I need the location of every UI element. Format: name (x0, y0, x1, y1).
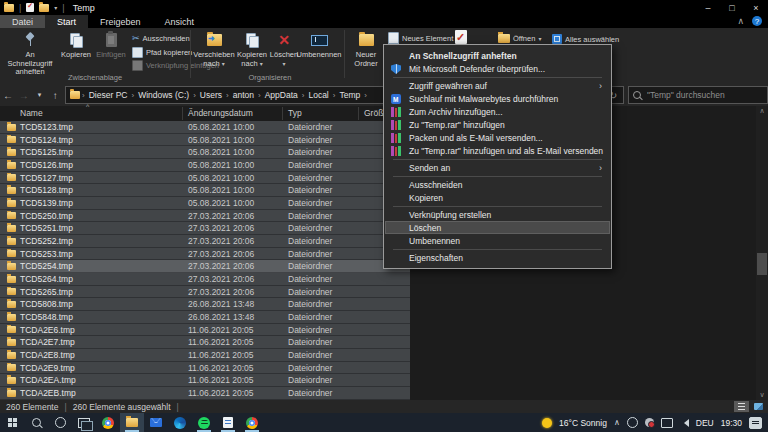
file-row[interactable]: TCD5250.tmp27.03.2021 20:06Dateiordner (0, 210, 410, 223)
scroll-down-icon[interactable]: ∨ (756, 391, 768, 399)
scroll-up-icon[interactable]: ∧ (756, 107, 768, 115)
docapp-taskbar-icon[interactable] (216, 413, 240, 432)
file-row[interactable]: TCD5251.tmp27.03.2021 20:06Dateiordner (0, 222, 410, 235)
maximize-button[interactable]: □ (720, 0, 744, 15)
copy-button[interactable]: Kopieren (58, 31, 94, 60)
scrollbar-thumb[interactable] (757, 253, 767, 275)
file-row[interactable]: TCD5808.tmp26.08.2021 13:48Dateiordner (0, 298, 410, 311)
menu-item[interactable]: Umbenennen (385, 234, 610, 247)
menu-item[interactable]: Zum Archiv hinzufügen... (385, 105, 610, 118)
browser2-taskbar-icon[interactable] (240, 413, 264, 432)
select-all-button[interactable]: Alles auswählen (552, 34, 619, 44)
security-tray-icon[interactable] (645, 418, 654, 427)
file-row[interactable]: TCD5252.tmp27.03.2021 20:06Dateiordner (0, 235, 410, 248)
file-row[interactable]: TCDA2E7.tmp11.06.2021 20:05Dateiordner (0, 336, 410, 349)
weather-text[interactable]: 16°C Sonnig (559, 418, 607, 428)
hidden-icons-chevron[interactable]: ∧ (614, 418, 620, 427)
file-row[interactable]: TCD5848.tmp26.08.2021 13:48Dateiordner (0, 311, 410, 324)
spotify-taskbar-icon[interactable] (192, 413, 216, 432)
file-row[interactable]: TCD5253.tmp27.03.2021 20:06Dateiordner (0, 248, 410, 261)
tab-freigeben[interactable]: Freigeben (88, 15, 153, 28)
search-taskbar-icon[interactable] (24, 413, 48, 432)
help-icon[interactable]: ? (752, 16, 762, 26)
minimize-button[interactable]: – (696, 0, 720, 15)
breadcrumb-chevron-icon[interactable]: › (333, 91, 336, 100)
breadcrumb-chevron-icon[interactable]: › (82, 91, 85, 100)
file-row[interactable]: TCD5264.tmp27.03.2021 20:06Dateiordner (0, 273, 410, 286)
edge-taskbar-icon[interactable] (168, 413, 192, 432)
move-to-button[interactable]: ➜ Verschieben nach ▾ (194, 31, 234, 68)
menu-item[interactable]: Eigenschaften (385, 251, 610, 264)
chrome-taskbar-icon[interactable] (96, 413, 120, 432)
column-header-name[interactable]: Name (20, 108, 43, 118)
breadcrumb-item[interactable]: anton (231, 90, 256, 100)
pin-to-quick-access-button[interactable]: An Schnellzugriff anheften (2, 31, 58, 77)
breadcrumb-item[interactable]: Temp (337, 90, 362, 100)
sync-tray-icon[interactable] (627, 417, 638, 428)
cut-button[interactable]: ✂ Ausschneiden (132, 34, 190, 43)
thumbnail-view-button[interactable] (751, 401, 766, 412)
breadcrumb-chevron-icon[interactable]: › (131, 91, 134, 100)
breadcrumb-chevron-icon[interactable]: › (302, 91, 305, 100)
breadcrumb-item[interactable]: Windows (C:) (136, 90, 191, 100)
menu-item[interactable]: Zu "Temp.rar" hinzufügen und als E-Mail … (385, 144, 610, 157)
tab-datei[interactable]: Datei (0, 15, 45, 28)
close-button[interactable]: × (744, 0, 768, 15)
vertical-scrollbar[interactable]: ∧ ∨ (756, 106, 768, 400)
back-arrow-icon[interactable]: ← (0, 90, 16, 101)
file-row[interactable]: TCD5124.tmp05.08.2021 10:00Dateiordner (0, 134, 410, 147)
column-header-type[interactable]: Typ (288, 108, 302, 118)
file-row[interactable]: TCDA2EB.tmp11.06.2021 20:05Dateiordner (0, 387, 410, 400)
collapse-ribbon-icon[interactable]: ∧ (737, 16, 744, 26)
file-row[interactable]: TCD5126.tmp05.08.2021 10:00Dateiordner (0, 159, 410, 172)
explorer-taskbar-icon[interactable] (120, 413, 144, 432)
file-row[interactable]: TCD5127.tmp05.08.2021 10:00Dateiordner (0, 172, 410, 185)
breadcrumb-chevron-icon[interactable]: › (258, 91, 261, 100)
copy-to-button[interactable]: Kopieren nach ▾ (234, 31, 270, 68)
open-button[interactable]: Öffnen ▾ (498, 34, 541, 43)
new-folder-quick-icon[interactable] (39, 4, 49, 12)
weather-sun-icon[interactable] (542, 418, 552, 428)
recent-locations-chevron[interactable]: ▾ (32, 91, 48, 99)
rename-button[interactable]: Umbenennen (298, 31, 340, 60)
menu-item[interactable]: Senden an› (385, 161, 610, 174)
breadcrumb-chevron-icon[interactable]: › (193, 91, 196, 100)
menu-item[interactable]: Zugriff gewähren auf› (385, 79, 610, 92)
clock[interactable]: 19:30 (721, 418, 742, 428)
breadcrumb-item[interactable]: Local (306, 90, 330, 100)
file-row[interactable]: TCD5128.tmp05.08.2021 10:00Dateiordner (0, 184, 410, 197)
column-divider[interactable] (358, 107, 359, 120)
search-input[interactable] (645, 89, 763, 101)
forward-arrow-icon[interactable]: → (16, 90, 32, 101)
breadcrumb-item[interactable]: Dieser PC (87, 90, 130, 100)
menu-item[interactable]: Kopieren (385, 191, 610, 204)
new-folder-button[interactable]: Neuer Ordner (348, 31, 384, 68)
menu-item[interactable]: Verknüpfung erstellen (385, 208, 610, 221)
file-row[interactable]: TCD5123.tmp05.08.2021 10:00Dateiordner (0, 121, 410, 134)
menu-item[interactable]: Mit Microsoft Defender überprüfen... (385, 62, 610, 75)
file-row[interactable]: TCDA2E8.tmp11.06.2021 20:05Dateiordner (0, 349, 410, 362)
breadcrumb-chevron-icon[interactable]: › (226, 91, 229, 100)
file-row[interactable]: TCD5254.tmp27.03.2021 20:06Dateiordner (0, 260, 410, 273)
menu-item[interactable]: An Schnellzugriff anheften (385, 49, 610, 62)
breadcrumb-item[interactable]: Users (198, 90, 224, 100)
file-row[interactable]: TCDA2EA.tmp11.06.2021 20:05Dateiordner (0, 374, 410, 387)
up-arrow-icon[interactable]: ↑ (47, 90, 63, 101)
column-header-date[interactable]: Änderungsdatum (188, 108, 253, 118)
properties-button[interactable] (455, 30, 467, 44)
menu-item[interactable]: Suchlauf mit Malwarebytes durchführen (385, 92, 610, 105)
tab-start[interactable]: Start (45, 15, 88, 28)
menu-item[interactable]: Ausschneiden (385, 178, 610, 191)
action-center-icon[interactable] (749, 417, 762, 429)
file-row[interactable]: TCDA2E6.tmp11.06.2021 20:05Dateiordner (0, 324, 410, 337)
delete-button[interactable]: ✕ Löschen ▾ (270, 31, 298, 68)
properties-quick-icon[interactable] (26, 3, 34, 12)
language-indicator[interactable]: DEU (696, 418, 714, 428)
file-row[interactable]: TCD5125.tmp05.08.2021 10:00Dateiordner (0, 146, 410, 159)
cortana-taskbar-icon[interactable] (48, 413, 72, 432)
customize-quick-access-chevron[interactable]: ▾ (54, 4, 57, 11)
details-view-button[interactable] (734, 401, 749, 412)
volume-icon[interactable] (680, 419, 689, 427)
menu-item[interactable]: Zu "Temp.rar" hinzufügen (385, 118, 610, 131)
breadcrumb-chevron-icon[interactable]: › (364, 91, 367, 100)
